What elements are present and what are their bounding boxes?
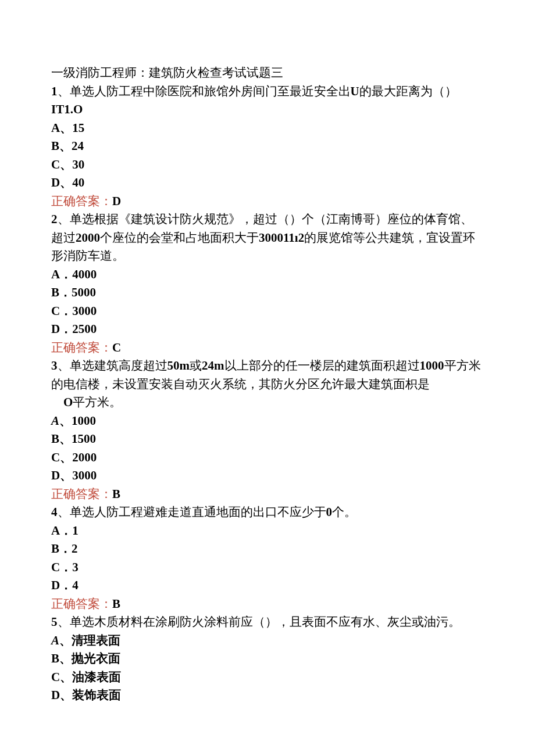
page: 一级消防工程师：建筑防火检查考试试题三 1、单选人防工程中除医院和旅馆外房间门至… [0, 0, 535, 728]
q1-u: U [351, 84, 359, 98]
q2-ans-label: 正确答案： [51, 341, 112, 354]
q4-opt-b: B．2 [51, 540, 484, 558]
q2-n1: 2000 [76, 231, 100, 245]
q3-opt-b: B、1500 [51, 430, 484, 449]
q2-opt-c: C．3000 [51, 302, 484, 321]
q4-n1: 0 [326, 505, 333, 519]
q5-opt-c: C、油漆表面 [51, 668, 484, 687]
q3-ans-val: B [112, 487, 120, 501]
q1-opt-a: A、15 [51, 119, 484, 138]
q1-text-2: 的最大距离为（） [359, 84, 457, 98]
q4-opt-d: D．4 [51, 576, 484, 595]
q1-unit: IT1.O [51, 101, 484, 119]
q2-n2: 300011ı2 [259, 231, 304, 245]
q3-answer: 正确答案：B [51, 485, 484, 504]
q1-ans-val: D [112, 194, 121, 208]
q4-ans-label: 正确答案： [51, 597, 112, 611]
q4-opt-c: C．3 [51, 558, 484, 577]
q2-opt-b: B．5000 [51, 284, 484, 302]
q3-a-val: 1000 [72, 414, 96, 428]
q1-opt-b: B、24 [51, 137, 484, 156]
q5-num: 5 [51, 615, 58, 629]
q1-stem: 1、单选人防工程中除医院和旅馆外房间门至最近安全出U的最大距离为（） [51, 83, 484, 101]
q5-opt-b: B、抛光衣面 [51, 650, 484, 668]
q2-stem: 2、单选根据《建筑设计防火规范》，超过（）个（江南博哥）座位的体育馆、超过200… [51, 210, 484, 266]
q3-t2: 或 [190, 359, 202, 372]
q1-ans-label: 正确答案： [51, 194, 112, 208]
q3-blank: O [51, 395, 73, 409]
q1-opt-d: D、40 [51, 174, 484, 192]
q1-num: 1 [51, 84, 58, 98]
q3-a-mid: 、 [59, 414, 72, 428]
q4-stem: 4、单选人防工程避难走道直通地面的出口不应少于0个。 [51, 503, 484, 522]
q2-text-2: 个座位的会堂和占地面积大于 [100, 231, 259, 245]
q4-t2: 个。 [332, 505, 356, 519]
q4-answer: 正确答案：B [51, 595, 484, 614]
q4-ans-val: B [112, 597, 120, 611]
q3-a-prefix: A [51, 414, 59, 428]
q1-answer: 正确答案：D [51, 192, 484, 211]
q3-n3: 1000 [420, 359, 444, 372]
q5-stem: 5、单选木质材料在涂刷防火涂料前应（），且表面不应有水、灰尘或油污。 [51, 613, 484, 632]
q3-n1: 50m [167, 359, 190, 372]
q3-stem2: O平方米。 [51, 393, 484, 412]
q3-stem: 3、单选建筑高度超过50m或24m以上部分的任一楼层的建筑面积超过1000平方米… [51, 357, 484, 393]
q4-t1: 、单选人防工程避难走道直通地面的出口不应少于 [58, 505, 326, 519]
q3-num: 3 [51, 359, 58, 372]
q2-num: 2 [51, 212, 58, 226]
q4-num: 4 [51, 505, 58, 519]
q5-t1: 、单选木质材料在涂刷防火涂料前应（），且表面不应有水、灰尘或油污。 [58, 615, 461, 629]
q1-text-1: 、单选人防工程中除医院和旅馆外房间门至最近安全出 [58, 84, 351, 98]
q5-opt-d: D、装饰表面 [51, 686, 484, 705]
q5-a-mid: 、清理表面 [59, 633, 120, 647]
q3-t3: 以上部分的任一楼层的建筑面积超过 [224, 359, 420, 372]
q3-opt-a: A、1000 [51, 412, 484, 431]
q5-opt-a: A、清理表面 [51, 632, 484, 650]
doc-title: 一级消防工程师：建筑防火检查考试试题三 [51, 64, 484, 83]
q2-ans-val: C [112, 341, 121, 354]
q3-t5: 平方米。 [73, 395, 122, 409]
q4-opt-a: A．1 [51, 522, 484, 540]
q2-answer: 正确答案：C [51, 339, 484, 357]
q2-opt-d: D．2500 [51, 320, 484, 339]
q5-a-prefix: A [51, 633, 59, 647]
q3-t1: 、单选建筑高度超过 [58, 359, 167, 372]
q3-opt-d: D、3000 [51, 467, 484, 485]
q3-ans-label: 正确答案： [51, 487, 112, 501]
q2-opt-a: A．4000 [51, 266, 484, 284]
q3-n2: 24m [202, 359, 224, 372]
q1-opt-c: C、30 [51, 156, 484, 174]
q3-opt-c: C、2000 [51, 449, 484, 467]
